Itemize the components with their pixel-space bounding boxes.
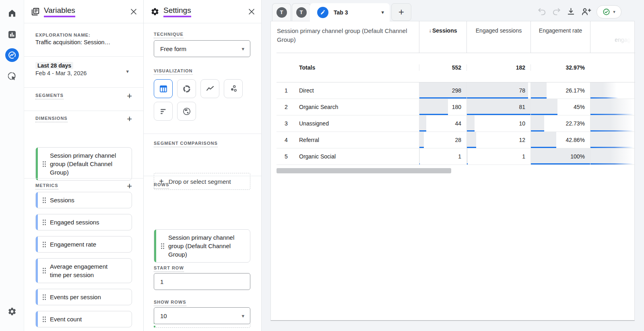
engaged-sessions-cell: 78 xyxy=(466,82,530,99)
date-range-picker[interactable]: Last 28 days Feb 4 - Mar 3, 2026 ▾ xyxy=(35,62,132,76)
date-preset: Last 28 days xyxy=(35,62,73,69)
metric-chip-label: Engagement rate xyxy=(50,240,119,249)
add-dimension-button[interactable]: + xyxy=(127,115,132,123)
home-icon[interactable] xyxy=(7,8,17,18)
clipped-column-header[interactable]: engage p xyxy=(590,21,634,53)
metric-chip-label: Sessions xyxy=(50,196,119,204)
drag-handle-icon[interactable] xyxy=(42,161,46,167)
metric-chip[interactable]: Engagement rate xyxy=(35,236,132,253)
row-index: 4 xyxy=(277,137,299,143)
dimension-accent xyxy=(36,148,38,180)
engagement-rate-cell: 26.17% xyxy=(530,82,590,99)
metric-chip[interactable]: Events per session xyxy=(35,289,132,305)
add-tab-button[interactable]: + xyxy=(391,3,411,21)
totals-engaged-sessions: 182 xyxy=(466,64,530,71)
metric-chip[interactable]: Average engagement time per session xyxy=(35,258,132,283)
segments-label: SEGMENTS xyxy=(35,93,64,99)
dimension-chip-label: Session primary channel group (Default C… xyxy=(50,151,119,177)
share-add-user-icon[interactable] xyxy=(581,7,591,16)
horizontal-scrollbar[interactable] xyxy=(277,168,451,173)
start-row-label: START ROW xyxy=(154,264,184,272)
metric-chip[interactable]: Event count xyxy=(35,311,132,327)
close-settings-icon[interactable] xyxy=(248,8,255,15)
advertising-icon[interactable] xyxy=(7,71,17,82)
exploration-name-value[interactable]: Traffic acquisition: Session… xyxy=(35,39,110,45)
settings-panel: Settings TECHNIQUE Free form ▾ VISUALIZA… xyxy=(144,0,262,331)
metric-chip-label: Average engagement time per session xyxy=(50,262,119,279)
segments-section-header: SEGMENTS + xyxy=(35,92,132,101)
table-row[interactable]: 1Direct 298 78 26.17% xyxy=(277,82,635,99)
chevron-down-icon: ▾ xyxy=(242,46,244,52)
tab-3-active[interactable]: Tab 3 ▾ xyxy=(310,3,390,21)
table-row[interactable]: 4Referral 28 12 42.86% xyxy=(277,132,635,148)
rows-dimension-chip[interactable]: Session primary channel group (Default C… xyxy=(154,229,250,263)
divider xyxy=(24,178,143,179)
sessions-cell: 44 xyxy=(419,115,466,132)
visualization-row-1 xyxy=(154,79,243,98)
row-index: 2 xyxy=(277,104,299,110)
chevron-down-icon: ▾ xyxy=(126,68,129,74)
drag-handle-icon[interactable] xyxy=(42,294,46,300)
add-metric-button[interactable]: + xyxy=(127,182,132,191)
admin-gear-icon[interactable] xyxy=(7,307,17,316)
check-circle-icon xyxy=(603,8,610,16)
engagement-rate-cell: 22.73% xyxy=(530,115,590,132)
metrics-section-header: METRICS + xyxy=(35,182,132,191)
undo-icon[interactable] xyxy=(537,7,547,16)
redo-icon[interactable] xyxy=(552,7,561,16)
table-row[interactable]: 5Organic Social 1 1 100% xyxy=(277,148,635,165)
chevron-down-icon: ▾ xyxy=(613,9,615,14)
variables-icon xyxy=(31,7,40,16)
clipped-cell xyxy=(590,115,634,132)
tab-2-mini[interactable]: T xyxy=(292,3,311,21)
channel-name: Organic Social xyxy=(299,153,336,160)
engaged-sessions-cell: 12 xyxy=(466,132,530,148)
engaged-sessions-column-header[interactable]: Engaged sessions xyxy=(466,21,530,53)
dimension-chip[interactable]: Session primary channel group (Default C… xyxy=(35,147,132,181)
technique-select[interactable]: Free form ▾ xyxy=(154,40,250,57)
viz-geo-button[interactable] xyxy=(177,102,196,121)
explore-icon-active[interactable] xyxy=(5,48,19,62)
nav-rail xyxy=(0,0,24,331)
technique-value: Free form xyxy=(160,45,186,52)
drag-handle-icon[interactable] xyxy=(42,219,46,226)
table-row[interactable]: 2Organic Search 180 81 45% xyxy=(277,99,635,115)
drag-handle-icon[interactable] xyxy=(42,316,46,323)
table-row[interactable]: 3Unassigned 44 10 22.73% xyxy=(277,115,635,132)
engagement-rate-cell: 45% xyxy=(530,99,590,115)
drag-handle-icon[interactable] xyxy=(42,197,46,204)
visualization-row-2 xyxy=(154,102,196,121)
metric-accent xyxy=(36,236,38,252)
reports-icon[interactable] xyxy=(7,30,17,39)
viz-scatter-button[interactable] xyxy=(224,79,243,98)
viz-bar-button[interactable] xyxy=(154,102,173,121)
row-index: 5 xyxy=(277,153,299,160)
metric-chip[interactable]: Engaged sessions xyxy=(35,214,132,230)
engagement-rate-column-header[interactable]: Engagement rate xyxy=(530,21,590,53)
totals-label: Totals xyxy=(277,64,419,71)
table-header-row: Session primary channel group (Default C… xyxy=(277,21,635,53)
metric-chip[interactable]: Sessions xyxy=(35,192,132,208)
tab-1-mini[interactable]: T xyxy=(272,3,291,21)
metric-accent xyxy=(36,192,38,208)
drag-handle-icon[interactable] xyxy=(42,267,46,274)
saved-status-button[interactable]: ▾ xyxy=(597,5,621,19)
drag-handle-icon[interactable] xyxy=(161,243,165,249)
viz-table-button[interactable] xyxy=(154,79,173,98)
dimension-column-header[interactable]: Session primary channel group (Default C… xyxy=(277,21,419,53)
channel-name: Organic Search xyxy=(299,104,338,110)
metric-accent xyxy=(36,214,38,230)
download-icon[interactable] xyxy=(566,7,576,16)
sessions-column-header[interactable]: ↓ Sessions xyxy=(419,21,466,53)
drag-handle-icon[interactable] xyxy=(42,241,46,248)
clipped-cell xyxy=(590,132,634,148)
edit-pencil-icon xyxy=(317,7,328,18)
start-row-input[interactable]: 1 xyxy=(154,273,250,290)
close-variables-icon[interactable] xyxy=(130,8,137,15)
add-segment-button[interactable]: + xyxy=(127,92,132,101)
viz-line-button[interactable] xyxy=(200,79,219,98)
show-rows-select[interactable]: 10 ▾ xyxy=(154,307,250,324)
settings-gear-icon xyxy=(151,7,159,16)
tab-1-badge: T xyxy=(277,7,287,18)
viz-donut-button[interactable] xyxy=(177,79,196,98)
